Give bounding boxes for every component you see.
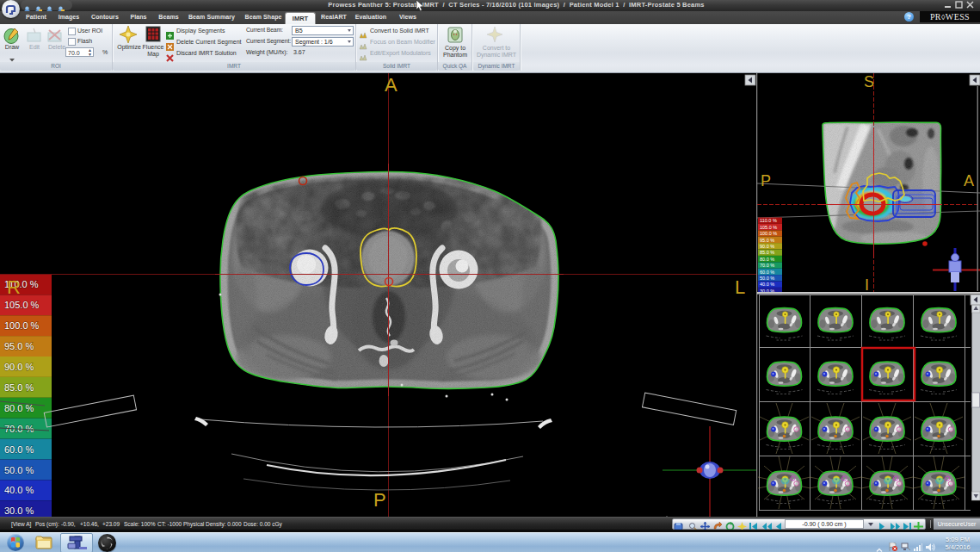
svg-text:80.0 %: 80.0 % (760, 257, 774, 262)
svg-text:100.0 %: 100.0 % (4, 320, 40, 331)
svg-text:L: L (735, 276, 745, 298)
svg-text:70.0 %: 70.0 % (760, 263, 774, 268)
svg-text:50.0 %: 50.0 % (4, 465, 34, 475)
svg-text:I: I (865, 276, 869, 294)
svg-text:P: P (761, 172, 771, 189)
svg-text:85.0 %: 85.0 % (4, 382, 34, 393)
svg-text:105.0 %: 105.0 % (4, 300, 40, 310)
svg-text:90.0 %: 90.0 % (4, 362, 34, 372)
svg-text:40.0 %: 40.0 % (4, 485, 34, 495)
svg-text:R: R (7, 276, 21, 298)
svg-text:85.0 %: 85.0 % (760, 250, 774, 255)
svg-text:60.0 %: 60.0 % (760, 270, 774, 275)
svg-text:P: P (373, 489, 386, 511)
svg-text:S: S (864, 73, 874, 90)
svg-text:90.0 %: 90.0 % (760, 244, 774, 249)
svg-text:A: A (964, 172, 974, 189)
svg-text:95.0 %: 95.0 % (4, 341, 34, 351)
svg-text:100.0 %: 100.0 % (760, 231, 777, 236)
svg-text:A: A (385, 74, 398, 96)
svg-text:110.0 %: 110.0 % (760, 218, 777, 223)
svg-text:30.0 %: 30.0 % (4, 505, 34, 516)
svg-text:105.0 %: 105.0 % (760, 225, 777, 230)
svg-text:60.0 %: 60.0 % (4, 444, 34, 455)
svg-text:95.0 %: 95.0 % (760, 238, 774, 243)
svg-text:40.0 %: 40.0 % (760, 282, 774, 287)
svg-text:50.0 %: 50.0 % (760, 276, 774, 281)
